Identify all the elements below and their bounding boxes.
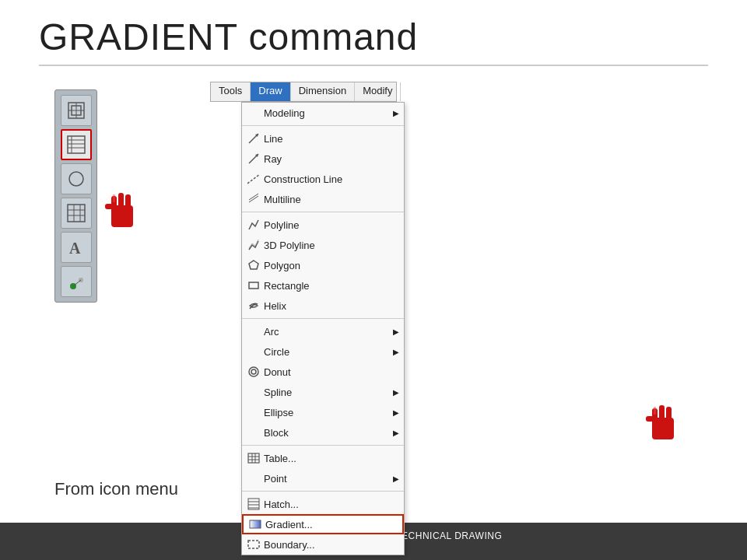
menu-item-gradient[interactable]: Gradient...	[242, 514, 404, 534]
hand-cursor-icon	[101, 187, 144, 237]
menu-item-circle[interactable]: Circle ▶	[242, 341, 404, 362]
sep-5	[242, 491, 404, 492]
point-icon	[247, 471, 261, 485]
menu-item-helix[interactable]: Helix	[242, 296, 404, 316]
toolbar-btn-circle[interactable]	[61, 163, 92, 194]
menu-item-polyline[interactable]: Polyline	[242, 215, 404, 235]
menu-item-boundary[interactable]: Boundary...	[242, 534, 404, 555]
svg-rect-22	[125, 194, 131, 208]
svg-rect-49	[659, 405, 665, 421]
arc-icon	[247, 324, 261, 338]
draw-dropdown-menu: Modeling ▶ Line Ray	[241, 102, 405, 555]
helix-icon	[247, 299, 261, 313]
menubar-modify[interactable]: Modify	[355, 82, 401, 101]
construction-line-icon	[247, 172, 261, 186]
svg-point-35	[251, 369, 256, 374]
page-container: GRADIENT command	[0, 0, 747, 560]
menu-item-ellipse[interactable]: Ellipse ▶	[242, 402, 404, 422]
sep-3	[242, 318, 404, 319]
sep-4	[242, 445, 404, 446]
svg-point-9	[69, 172, 83, 186]
main-content: A	[0, 74, 747, 523]
menu-item-hatch[interactable]: Hatch...	[242, 494, 404, 514]
circle-arrow: ▶	[393, 348, 399, 356]
toolbar-btn-table[interactable]	[61, 198, 92, 229]
hand-cursor-menu-icon	[642, 399, 685, 450]
toolbar-btn-text[interactable]: A	[61, 232, 92, 263]
3d-polyline-icon	[247, 238, 261, 252]
svg-rect-4	[68, 136, 85, 153]
svg-rect-50	[666, 407, 672, 421]
menu-item-table[interactable]: Table...	[242, 448, 404, 468]
block-arrow: ▶	[393, 429, 399, 437]
menu-area: Tools Draw Dimension Modify Modeling ▶	[210, 82, 708, 515]
header-divider	[39, 65, 708, 66]
page-title: GRADIENT command	[39, 16, 708, 58]
menu-item-block[interactable]: Block ▶	[242, 422, 404, 443]
multiline-icon	[247, 192, 261, 206]
spline-icon	[247, 385, 261, 399]
menu-item-construction-line[interactable]: Construction Line	[242, 169, 404, 189]
point-arrow: ▶	[393, 474, 399, 483]
toolbar-btn-gradient[interactable]	[61, 129, 92, 160]
menu-item-arc[interactable]: Arc ▶	[242, 321, 404, 341]
toolbar-btn-1[interactable]	[61, 95, 92, 126]
ray-icon	[247, 152, 261, 166]
menu-item-multiline[interactable]: Multiline	[242, 189, 404, 209]
menu-item-point[interactable]: Point ▶	[242, 468, 404, 488]
spline-arrow: ▶	[393, 388, 399, 397]
arc-arrow: ▶	[393, 327, 399, 336]
svg-rect-51	[646, 416, 654, 422]
menubar-tools[interactable]: Tools	[211, 82, 251, 101]
circle-icon	[247, 345, 261, 359]
svg-rect-24	[113, 194, 115, 202]
svg-text:A: A	[69, 240, 81, 257]
svg-marker-32	[249, 261, 258, 269]
sep-1	[242, 125, 404, 126]
svg-line-18	[73, 280, 81, 286]
menubar-dimension[interactable]: Dimension	[291, 82, 355, 101]
modeling-icon	[247, 106, 261, 120]
header: GRADIENT command	[0, 0, 747, 74]
svg-rect-10	[68, 205, 85, 222]
svg-line-29	[247, 174, 260, 184]
menu-item-spline[interactable]: Spline ▶	[242, 382, 404, 402]
svg-rect-21	[118, 193, 124, 208]
modeling-arrow: ▶	[393, 109, 399, 117]
cursor-hand-menu	[642, 399, 685, 453]
menubar: Tools Draw Dimension Modify	[210, 82, 397, 102]
hatch-icon	[247, 497, 261, 511]
table-icon	[247, 451, 261, 465]
polygon-icon	[247, 258, 261, 272]
ellipse-icon	[247, 405, 261, 419]
menu-item-polygon[interactable]: Polygon	[242, 255, 404, 275]
rectangle-icon	[247, 278, 261, 292]
menu-item-line[interactable]: Line	[242, 128, 404, 149]
svg-rect-23	[105, 204, 113, 209]
menu-item-3d-polyline[interactable]: 3D Polyline	[242, 235, 404, 255]
polyline-icon	[247, 218, 261, 232]
svg-rect-33	[249, 282, 258, 289]
text-toolbar-icon: A	[65, 236, 87, 258]
line-icon	[247, 131, 261, 145]
menu-item-rectangle[interactable]: Rectangle	[242, 275, 404, 296]
toolbar-area: A	[39, 82, 210, 515]
menu-item-donut[interactable]: Donut	[242, 362, 404, 382]
from-icon-menu-label: From icon menu	[54, 479, 178, 499]
toolbar-btn-point[interactable]	[61, 266, 92, 297]
svg-rect-46	[248, 541, 259, 548]
menu-item-modeling[interactable]: Modeling ▶	[242, 103, 404, 123]
svg-rect-36	[248, 453, 259, 463]
ellipse-arrow: ▶	[393, 408, 399, 417]
boundary-icon	[247, 537, 261, 551]
toolbar-icon-1	[65, 100, 87, 121]
toolbar-strip: A	[54, 89, 97, 303]
menu-item-ray[interactable]: Ray	[242, 149, 404, 169]
table-toolbar-icon	[65, 202, 87, 224]
menubar-draw[interactable]: Draw	[251, 82, 290, 101]
gradient-icon	[248, 517, 262, 531]
cursor-hand-toolbar	[101, 187, 144, 240]
circle-toolbar-icon	[65, 168, 87, 190]
block-icon	[247, 425, 261, 439]
point-toolbar-icon	[65, 271, 87, 292]
